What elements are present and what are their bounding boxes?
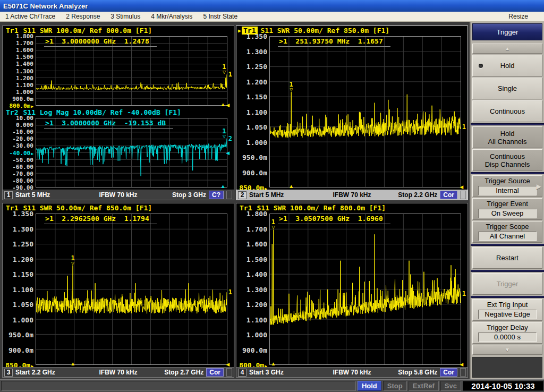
- y-axis-label: 1.000: [246, 331, 267, 339]
- menu-response[interactable]: 2 Response: [66, 13, 100, 20]
- channel-number[interactable]: 2: [238, 191, 246, 199]
- softkey-scroll-down-icon[interactable]: ▼: [472, 345, 542, 355]
- menu-stimulus[interactable]: 3 Stimulus: [110, 13, 140, 20]
- calibration-badge: Cor: [440, 368, 457, 377]
- marker-symbol: 1▽: [71, 256, 74, 266]
- y-axis-ref-label: -40.00: [9, 149, 33, 156]
- softkey-single[interactable]: Single: [472, 78, 542, 99]
- plot-canvas: [36, 37, 227, 105]
- y-axis-label: 1.700: [246, 225, 267, 233]
- marker-stimulus-icon: ▲: [220, 102, 226, 107]
- y-axis-label: 1.100: [13, 285, 33, 293]
- menu-instr-state[interactable]: 5 Instr State: [203, 13, 237, 20]
- softkey-separator: [471, 123, 544, 125]
- status-end-box: [226, 368, 232, 377]
- marker-stimulus-icon: ▲: [271, 361, 276, 367]
- channel-4-window[interactable]: Tr1S11 SWR 100.0m/ Ref 800.0m [F1]1.8001…: [236, 203, 468, 378]
- start-frequency-label: Start 5 MHz: [15, 191, 50, 199]
- y-axis-label: 0.000: [16, 122, 33, 129]
- softkey-label: Trigger: [497, 280, 518, 288]
- softkey-trigger-delay[interactable]: Trigger Delay0.0000 s: [472, 322, 542, 344]
- indicator-svc: Svc: [440, 381, 461, 391]
- stop-frequency-label: Stop 2.7 GHz: [164, 369, 203, 376]
- y-axis-label: 1.100: [246, 108, 267, 116]
- active-trace-arrow-icon: ▶: [238, 28, 241, 33]
- y-axis-label: 1.200: [16, 74, 33, 81]
- channel-number[interactable]: 1: [4, 191, 13, 199]
- trace-end-number: 1: [462, 290, 466, 297]
- channel-2-window[interactable]: ▶Tr1S11 SWR 50.00m/ Ref 850.0m [F1]1.350…: [236, 25, 468, 200]
- y-axis: 1.3501.3001.2501.2001.1501.1001.0501.000…: [236, 36, 269, 188]
- softkey-trigger-source[interactable]: Trigger SourceInternal▶: [472, 175, 542, 197]
- trace-plot[interactable]: >1 3.0000000 GHz -19.153 dB1▽2◀▲: [36, 118, 227, 188]
- softkey-value: Negative Edge: [478, 310, 537, 319]
- softkey-menu-title: Trigger: [472, 23, 542, 40]
- channel-number[interactable]: 4: [238, 369, 246, 377]
- trace-format-label: S11 Log Mag 10.00dB/ Ref -40.00dB [F1]: [23, 108, 181, 116]
- ifbw-label: IFBW 70 kHz: [333, 369, 371, 376]
- channel-grid: Tr1S11 SWR 100.0m/ Ref 800.0m [F1]1.8001…: [0, 22, 470, 379]
- trace-header[interactable]: Tr2S11 Log Mag 10.00dB/ Ref -40.00dB [F1…: [3, 108, 234, 117]
- trace-format-label: S11 SWR 50.00m/ Ref 850.0m [F1]: [23, 204, 152, 212]
- y-axis-label: 900.0m: [12, 95, 33, 102]
- y-axis-label: 1.050: [246, 123, 267, 131]
- softkey-scroll-up-icon[interactable]: ▲: [472, 44, 542, 54]
- ifbw-label: IFBW 70 kHz: [333, 191, 371, 199]
- y-axis-label: -70.00: [12, 170, 33, 177]
- marker-readout: >1 3.0000000 GHz -19.153 dB: [44, 119, 173, 129]
- trace-plot[interactable]: >1 3.0507500 GHz 1.69601▽1◀▲: [269, 214, 461, 365]
- softkey-continuous-disp-channels[interactable]: ContinuousDisp Channels: [472, 149, 542, 171]
- softkey-value: On Sweep: [478, 209, 537, 218]
- y-axis-label: 1.400: [16, 61, 33, 67]
- menu-active-ch-trace[interactable]: 1 Active Ch/Trace: [5, 13, 55, 20]
- softkey-continuous[interactable]: Continuous: [472, 100, 542, 122]
- y-axis-label: -30.00: [12, 142, 33, 149]
- channel-1-window[interactable]: Tr1S11 SWR 100.0m/ Ref 800.0m [F1]1.8001…: [2, 25, 234, 200]
- menu-bar: 1 Active Ch/Trace 2 Response 3 Stimulus …: [0, 12, 544, 22]
- status-end-box: [460, 191, 466, 199]
- trace-plot[interactable]: >1 2.2962500 GHz 1.17941▽1◀▲: [36, 214, 227, 365]
- y-axis-label: 1.300: [16, 67, 33, 74]
- trace-header[interactable]: Tr1S11 SWR 50.00m/ Ref 850.0m [F1]: [3, 203, 234, 212]
- softkey-label: Trigger Delay: [487, 323, 528, 331]
- softkey-hold-all-channels[interactable]: HoldAll Channels: [472, 126, 542, 148]
- channel-3-window[interactable]: Tr1S11 SWR 50.00m/ Ref 850.0m [F1]1.3501…: [2, 203, 234, 378]
- softkey-trigger-event[interactable]: Trigger EventOn Sweep: [472, 198, 542, 220]
- softkey-hold[interactable]: Hold: [472, 55, 542, 76]
- y-axis-label: 1.100: [246, 316, 267, 323]
- start-frequency-label: Start 2.2 GHz: [15, 369, 55, 376]
- menu-mkr-analysis[interactable]: 4 Mkr/Analysis: [151, 13, 192, 20]
- trace-header[interactable]: ▶Tr1S11 SWR 50.00m/ Ref 850.0m [F1]: [236, 26, 468, 35]
- marker-readout: >1 2.2962500 GHz 1.1794: [44, 215, 157, 224]
- y-axis-label: -10.00: [12, 129, 33, 135]
- resize-button[interactable]: Resize: [508, 13, 528, 20]
- trace-format-label: S11 SWR 50.00m/ Ref 850.0m [F1]: [261, 27, 390, 35]
- channel-number[interactable]: 3: [4, 369, 13, 377]
- radio-dot-icon: [479, 64, 483, 68]
- softkey-label: Restart: [496, 254, 518, 262]
- y-axis-label: 1.050: [13, 301, 33, 309]
- trace-plot[interactable]: >1 3.0000000 GHz 1.24781▽1◀▲: [36, 36, 227, 106]
- marker-stimulus-icon: ▲: [220, 184, 226, 189]
- ifbw-label: IFBW 70 kHz: [99, 191, 137, 199]
- softkey-restart[interactable]: Restart: [472, 247, 542, 269]
- y-axis-label: 1.350: [13, 210, 33, 218]
- softkey-trigger-scope[interactable]: Trigger ScopeAll Channel: [472, 221, 542, 243]
- softkey-separator: [471, 296, 544, 298]
- y-axis-label: 1.350: [246, 32, 267, 40]
- softkey-trigger[interactable]: Trigger: [472, 273, 542, 295]
- softkey-ext-trig-input[interactable]: Ext Trig InputNegative Edge: [472, 299, 542, 321]
- trace-header[interactable]: Tr1S11 SWR 100.0m/ Ref 800.0m [F1]: [3, 26, 234, 35]
- stop-frequency-label: Stop 2.2 GHz: [398, 191, 437, 199]
- y-axis-label: 1.800: [246, 210, 267, 218]
- marker-triangle-icon: ▽: [223, 70, 226, 74]
- y-axis-label: -50.00: [12, 156, 33, 163]
- start-frequency-label: Start 3 GHz: [249, 369, 284, 376]
- y-axis-label: 1.300: [246, 47, 267, 55]
- plot-canvas: [36, 214, 227, 364]
- trace-plot[interactable]: >1 251.93750 MHz 1.16571▽1◀▲: [269, 36, 461, 188]
- indicator-stop: Stop: [383, 381, 407, 391]
- window-title: E5071C Network Analyzer: [3, 2, 88, 10]
- marker-symbol: 1▽: [271, 220, 275, 229]
- trace-header[interactable]: Tr1S11 SWR 100.0m/ Ref 800.0m [F1]: [236, 203, 468, 212]
